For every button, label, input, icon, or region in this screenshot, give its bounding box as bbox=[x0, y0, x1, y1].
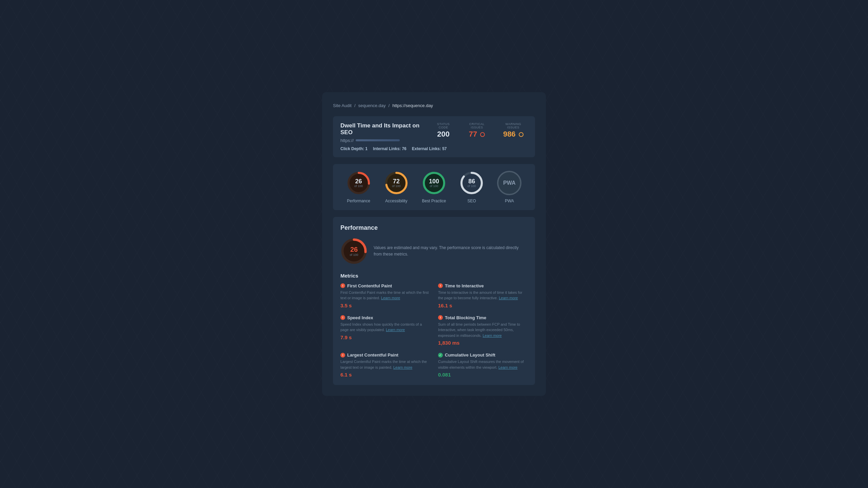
circle-center-best-practice: 100 of 100 bbox=[429, 178, 439, 188]
circle-center-performance: 26 of 100 bbox=[354, 178, 363, 188]
status-code-value: 200 bbox=[437, 130, 450, 139]
breadcrumb-site-audit[interactable]: Site Audit bbox=[333, 103, 352, 108]
metric-value-lcp: 6.1 s bbox=[340, 372, 430, 378]
breadcrumb-url[interactable]: https://sequence.day bbox=[392, 103, 433, 108]
score-num-accessibility: 72 bbox=[392, 178, 400, 184]
main-card: Site Audit / sequence.day / https://sequ… bbox=[322, 92, 546, 396]
perf-score-denom: of 100 bbox=[350, 253, 358, 256]
score-denom-seo: of 100 bbox=[468, 184, 476, 188]
metric-item-lcp: ! Largest Contentful Paint Largest Conte… bbox=[340, 352, 430, 378]
metric-learn-more-lcp[interactable]: Learn more bbox=[393, 365, 412, 369]
score-label-accessibility: Accessibility bbox=[385, 199, 407, 203]
metric-value-tti: 16.1 s bbox=[438, 303, 528, 308]
score-label-performance: Performance bbox=[347, 199, 370, 203]
metric-status-icon-si: ! bbox=[340, 315, 345, 320]
metric-learn-more-si[interactable]: Learn more bbox=[386, 328, 405, 332]
score-label-best-practice: Best Practice bbox=[422, 199, 446, 203]
page-meta: Click Depth: 1 Internal Links: 76 Extern… bbox=[340, 146, 528, 151]
metric-item-fcp: ! First Contentful Paint First Contentfu… bbox=[340, 283, 430, 308]
performance-circle: 26 of 100 bbox=[340, 238, 368, 265]
metric-item-tbt: ! Total Blocking Time Sum of all time pe… bbox=[438, 315, 528, 346]
critical-issues-value: 77 bbox=[469, 130, 485, 139]
metrics-title: Metrics bbox=[340, 273, 528, 279]
url-prefix: https:// bbox=[340, 138, 354, 143]
score-card-accessibility: 72 of 100 Accessibility bbox=[384, 171, 409, 203]
metric-status-icon-fcp: ! bbox=[340, 283, 345, 288]
warning-issues-value: 986 bbox=[503, 130, 524, 139]
metric-learn-more-fcp[interactable]: Learn more bbox=[381, 296, 400, 300]
metric-status-icon-tbt: ! bbox=[438, 315, 443, 320]
metric-header-tti: ! Time to Interactive bbox=[438, 283, 528, 288]
page-url: https:// bbox=[340, 138, 432, 143]
breadcrumb: Site Audit / sequence.day / https://sequ… bbox=[333, 103, 535, 108]
metric-item-cls: ✓ Cumulative Layout Shift Cumulative Lay… bbox=[438, 352, 528, 378]
metric-desc-tbt: Sum of all time periods between FCP and … bbox=[438, 322, 528, 339]
pwa-text: PWA bbox=[503, 180, 515, 186]
warning-issues-badge: WARNING ISSUES 986 bbox=[499, 122, 528, 139]
performance-section: Performance 26 of 100 Values are estimat… bbox=[333, 217, 535, 385]
circle-wrap-best-practice: 100 of 100 bbox=[422, 171, 446, 195]
score-card-pwa: PWA PWA bbox=[497, 171, 521, 203]
critical-icon bbox=[480, 132, 485, 137]
score-label-pwa: PWA bbox=[505, 199, 514, 203]
metric-status-icon-cls: ✓ bbox=[438, 353, 443, 358]
breadcrumb-sep-1: / bbox=[354, 103, 356, 108]
critical-issues-badge: CRITICAL ISSUES 77 bbox=[463, 122, 491, 139]
scores-section: 26 of 100 Performance 72 of 100 Accessib… bbox=[333, 164, 535, 210]
circle-wrap-seo: 86 of 100 bbox=[459, 171, 484, 195]
score-denom-performance: of 100 bbox=[354, 184, 363, 188]
score-card-seo: 86 of 100 SEO bbox=[459, 171, 484, 203]
score-num-performance: 26 bbox=[354, 178, 363, 184]
metric-item-si: ! Speed Index Speed Index shows how quic… bbox=[340, 315, 430, 346]
metric-name-lcp: Largest Contentful Paint bbox=[347, 352, 398, 358]
click-depth-label: Click Depth: 1 bbox=[340, 146, 368, 151]
performance-score-row: 26 of 100 Values are estimated and may v… bbox=[340, 238, 528, 265]
metric-header-tbt: ! Total Blocking Time bbox=[438, 315, 528, 320]
metrics-grid: ! First Contentful Paint First Contentfu… bbox=[340, 283, 528, 378]
performance-circle-center: 26 of 100 bbox=[350, 246, 358, 256]
metric-value-cls: 0.081 bbox=[438, 372, 528, 378]
page-title: Dwell Time and Its Impact on SEO bbox=[340, 122, 432, 136]
score-label-seo: SEO bbox=[467, 199, 476, 203]
status-code-badge: STATUS CODE 200 bbox=[432, 122, 455, 139]
performance-section-title: Performance bbox=[340, 224, 528, 231]
url-bar bbox=[356, 139, 400, 141]
metric-header-cls: ✓ Cumulative Layout Shift bbox=[438, 352, 528, 358]
circle-wrap-performance: 26 of 100 bbox=[347, 171, 371, 195]
metric-desc-fcp: First Contentful Paint marks the time at… bbox=[340, 290, 430, 301]
metric-desc-lcp: Largest Contentful Paint marks the time … bbox=[340, 359, 430, 370]
score-num-best-practice: 100 bbox=[429, 178, 439, 184]
critical-issues-label: CRITICAL ISSUES bbox=[463, 122, 491, 129]
circle-center-seo: 86 of 100 bbox=[468, 178, 476, 188]
metric-learn-more-cls[interactable]: Learn more bbox=[498, 365, 517, 369]
score-num-seo: 86 bbox=[468, 178, 476, 184]
metric-header-lcp: ! Largest Contentful Paint bbox=[340, 352, 430, 358]
metric-status-icon-lcp: ! bbox=[340, 353, 345, 358]
metric-desc-cls: Cumulative Layout Shift measures the mov… bbox=[438, 359, 528, 370]
warning-issues-label: WARNING ISSUES bbox=[499, 122, 528, 129]
metric-header-fcp: ! First Contentful Paint bbox=[340, 283, 430, 288]
external-links-label: External Links: 57 bbox=[412, 146, 447, 151]
score-denom-best-practice: of 100 bbox=[429, 184, 439, 188]
metric-value-tbt: 1,830 ms bbox=[438, 340, 528, 346]
metric-learn-more-tti[interactable]: Learn more bbox=[499, 296, 518, 300]
metric-item-tti: ! Time to Interactive Time to interactiv… bbox=[438, 283, 528, 308]
metric-status-icon-tti: ! bbox=[438, 283, 443, 288]
header-top: Dwell Time and Its Impact on SEO https:/… bbox=[340, 122, 528, 143]
breadcrumb-domain[interactable]: sequence.day bbox=[358, 103, 386, 108]
circle-center-accessibility: 72 of 100 bbox=[392, 178, 400, 188]
metric-learn-more-tbt[interactable]: Learn more bbox=[482, 333, 501, 338]
perf-description: Values are estimated and may vary. The p… bbox=[374, 245, 528, 258]
internal-links-label: Internal Links: 76 bbox=[373, 146, 407, 151]
status-code-label: STATUS CODE bbox=[432, 122, 455, 129]
breadcrumb-sep-2: / bbox=[389, 103, 390, 108]
header-left: Dwell Time and Its Impact on SEO https:/… bbox=[340, 122, 432, 143]
perf-score-number: 26 bbox=[350, 246, 358, 252]
score-card-best-practice: 100 of 100 Best Practice bbox=[422, 171, 446, 203]
metric-name-cls: Cumulative Layout Shift bbox=[445, 352, 495, 358]
pwa-circle: PWA bbox=[497, 171, 521, 195]
metric-desc-si: Speed Index shows how quickly the conten… bbox=[340, 322, 430, 333]
score-card-performance: 26 of 100 Performance bbox=[347, 171, 371, 203]
status-badges: STATUS CODE 200 CRITICAL ISSUES 77 WARNI… bbox=[432, 122, 528, 139]
score-denom-accessibility: of 100 bbox=[392, 184, 400, 188]
